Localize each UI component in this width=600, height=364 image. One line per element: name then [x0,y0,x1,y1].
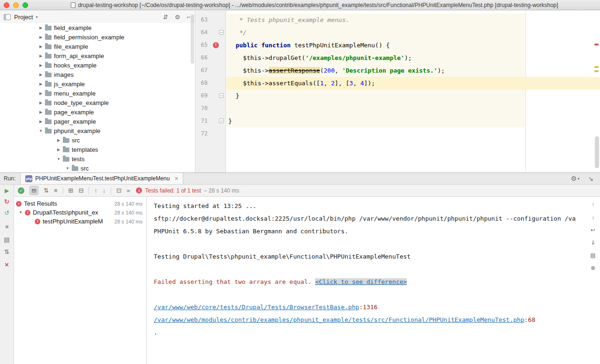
sort-alphabetically-button[interactable]: ⇅ [44,187,49,194]
project-tree-item[interactable]: ▶images [0,70,195,79]
project-tree-item[interactable]: ▶node_type_example [0,98,195,107]
code-line[interactable]: public function testPhpUnitExampleMenu()… [226,39,600,52]
code-line[interactable]: } [226,89,600,102]
title-bar: drupal-testing-workshop [~/Code/os/drupa… [0,0,600,10]
window-zoom-button[interactable] [22,2,28,8]
clear-console-icon[interactable]: ⊗ [591,265,595,271]
chevron-right-icon[interactable]: ▶ [38,73,44,77]
project-tree-item[interactable]: ▶field_permission_example [0,32,195,42]
soft-wrap-icon[interactable]: ↩ [591,227,595,233]
code-line[interactable] [226,127,600,140]
chevron-down-icon[interactable]: ▼ [64,166,71,171]
close-panel-button[interactable]: × [5,260,9,268]
project-tree-item[interactable]: ▶file_example [0,42,195,51]
code-line[interactable]: $this->assertEquals([1, 2], [3, 4]); [226,77,600,89]
close-icon[interactable]: × [174,175,178,182]
chevron-right-icon[interactable]: ▶ [38,54,44,58]
chevron-right-icon[interactable]: ▶ [38,63,44,67]
rerun-button[interactable]: ▶ [5,187,9,194]
fold-icon[interactable]: − [219,93,224,98]
project-tree-item[interactable]: ▶templates [0,145,195,154]
code-line[interactable]: } [226,115,600,127]
console-link[interactable]: <Click to see difference> [315,278,407,285]
hide-panel-icon[interactable]: ⌐ [187,14,190,21]
project-tree-item[interactable]: ▶src [0,135,195,145]
test-failed-gutter-icon[interactable]: ! [213,42,219,48]
code-line[interactable]: $this->drupalGet('/examples/phpunit-exam… [226,52,600,64]
code-line[interactable]: * Tests phpunit_example menus. [226,14,600,26]
chevron-down-icon[interactable]: ▼ [38,129,44,133]
collapse-all-button[interactable]: ⊟ [78,187,83,194]
project-tree-item[interactable]: ▶menu_example [0,89,195,98]
code-text: } [228,118,232,125]
chevron-right-icon[interactable]: ▶ [38,35,44,39]
test-console[interactable]: Testing started at 13:25 ...sftp://docke… [147,197,600,364]
console-link[interactable]: /var/www/web/modules/contrib/examples/ph… [154,316,525,323]
error-stripe-mark[interactable] [594,44,599,45]
code-line[interactable]: $this->assertResponse(200, 'Description … [226,64,600,77]
console-text: . [154,329,158,336]
more-options-button[interactable]: » [127,187,130,194]
code-area[interactable]: * Tests phpunit_example menus. */ public… [226,11,600,172]
window-close-button[interactable] [4,2,9,8]
fold-icon[interactable]: − [219,119,224,123]
chevron-right-icon[interactable]: ▶ [38,45,44,49]
scroll-up-icon[interactable]: ↑ [592,201,594,208]
print-icon[interactable]: ▤ [590,252,595,259]
chevron-right-icon[interactable]: ▶ [38,119,44,124]
warning-stripe-mark[interactable] [594,66,599,68]
test-tree-item[interactable]: !testPhpUnitExampleM28 s 140 ms [14,217,146,226]
warning-stripe-mark[interactable] [594,70,599,72]
chevron-down-icon[interactable]: ▾ [36,15,38,19]
run-configuration-tab[interactable]: php PHPUnitExampleMenuTest.testPhpUnitEx… [20,173,183,184]
next-failed-test-button[interactable]: ↓ [103,187,106,194]
console-line: PHPUnit 6.5.8 by Sebastian Bergmann and … [154,225,587,238]
previous-failed-test-button[interactable]: ↑ [94,187,98,194]
project-tree-item[interactable]: ▼src [0,163,195,172]
project-tree-item[interactable]: ▶hooks_example [0,60,195,70]
chevron-right-icon[interactable]: ▶ [55,148,62,152]
gear-menu-button[interactable]: ⚙ ▾ [571,175,580,182]
project-tree-item[interactable]: ▼phpunit_example [0,126,195,135]
stop-button[interactable]: ■ [5,223,8,230]
chevron-right-icon[interactable]: ▶ [38,82,44,86]
chevron-right-icon[interactable]: ▶ [38,101,44,105]
window-minimize-button[interactable] [13,2,19,8]
toggle-auto-test-button[interactable]: ↺ [4,209,9,216]
test-tree-item[interactable]: !Test Results28 s 140 ms [14,199,146,208]
project-tree-item[interactable]: ▶field_example [0,23,195,32]
chevron-down-icon[interactable]: ▼ [55,157,62,161]
code-line[interactable]: */ [226,26,600,39]
expand-all-button[interactable]: ⊞ [68,187,74,194]
project-panel-title[interactable]: Project [14,14,33,21]
scrollbar-thumb[interactable] [595,136,599,168]
console-link[interactable]: /var/www/web/core/tests/Drupal/Tests/Bro… [154,304,359,311]
import-test-results-button[interactable]: ⊡ [116,187,121,194]
chevron-right-icon[interactable]: ▶ [38,110,44,114]
test-tree-item[interactable]: ▼!Drupal\Tests\phpunit_ex28 s 140 ms [14,208,146,217]
scroll-from-source-icon[interactable]: ⇵ [163,14,168,21]
scroll-down-icon[interactable]: ↓ [592,214,594,221]
chevron-right-icon[interactable]: ▶ [38,91,44,96]
project-tree-item[interactable]: ▶pager_example [0,117,195,126]
show-passed-button[interactable]: ✓ [18,187,24,194]
chevron-right-icon[interactable]: ▶ [55,138,62,142]
navigate-stacktrace-button[interactable]: ⇅ [4,248,9,255]
hide-panel-icon[interactable]: ↘ [588,175,593,182]
code-line[interactable] [226,102,600,115]
rerun-failed-tests-button[interactable]: ↻ [4,198,9,205]
gear-icon[interactable]: ⚙ [175,14,180,21]
console-line: /var/www/web/core/tests/Drupal/Tests/Bro… [154,301,587,313]
sort-by-duration-button[interactable]: ≡ [54,187,58,194]
show-console-button[interactable]: ▤ [30,186,38,195]
test-history-button[interactable]: ▤ [4,236,9,243]
scrollbar-thumb[interactable] [191,15,194,64]
project-tree-item[interactable]: ▶js_example [0,79,195,89]
project-tree-item[interactable]: ▶form_api_example [0,51,195,60]
fold-icon[interactable]: − [219,30,224,35]
scroll-to-end-icon[interactable]: ⇓ [591,239,595,246]
project-tree-item[interactable]: ▼tests [0,154,195,163]
chevron-right-icon[interactable]: ▶ [38,26,44,30]
chevron-down-icon[interactable]: ▼ [19,210,25,215]
project-tree-item[interactable]: ▶page_example [0,107,195,117]
